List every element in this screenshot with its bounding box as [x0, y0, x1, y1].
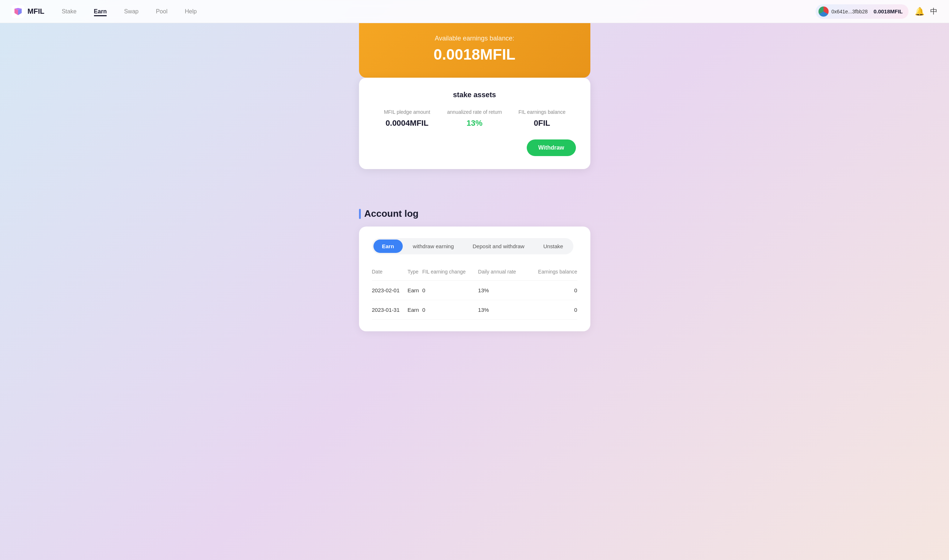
tab-unstake[interactable]: Unstake — [535, 240, 572, 253]
row2-date: 2023-01-31 — [372, 300, 408, 320]
log-table: Date Type FIL earning change Daily annua… — [372, 266, 577, 320]
withdraw-row: Withdraw — [373, 140, 576, 156]
row1-type: Earn — [407, 281, 422, 300]
tab-earn[interactable]: Earn — [373, 240, 403, 253]
wallet-address: 0x641e...3fbb28 — [832, 9, 868, 14]
navbar: MFIL Stake Earn Swap Pool Help 0x641e...… — [0, 0, 949, 23]
stake-assets-title: stake assets — [373, 91, 576, 99]
tab-bar: Earn withdraw earning Deposit and withdr… — [372, 238, 573, 254]
wallet-balance: 0.0018MFIL — [874, 8, 903, 14]
earnings-banner: Available earnings balance: 0.0018MFIL — [359, 23, 590, 78]
table-row: 2023-02-01 Earn 0 13% 0 — [372, 281, 577, 300]
section-title-wrap: Account log — [359, 208, 590, 219]
col-earnings-balance: Earnings balance — [527, 266, 577, 281]
log-table-header: Date Type FIL earning change Daily annua… — [372, 266, 577, 281]
nav-pool[interactable]: Pool — [156, 7, 167, 16]
stat-pledge-value: 0.0004MFIL — [373, 118, 441, 128]
nav-help[interactable]: Help — [185, 7, 197, 16]
row1-date: 2023-02-01 — [372, 281, 408, 300]
wallet-badge[interactable]: 0x641e...3fbb28 0.0018MFIL — [816, 4, 909, 19]
stat-return-value: 13% — [441, 118, 508, 128]
stat-return-label: annualized rate of return — [441, 109, 508, 115]
logo-text: MFIL — [28, 7, 45, 15]
stat-pledge: MFIL pledge amount 0.0004MFIL — [373, 109, 441, 128]
log-table-body: 2023-02-01 Earn 0 13% 0 2023-01-31 Earn … — [372, 281, 577, 320]
logo[interactable]: MFIL — [12, 5, 45, 18]
row2-fil-change: 0 — [422, 300, 478, 320]
section-title: Account log — [364, 208, 419, 219]
col-fil-change: FIL earning change — [422, 266, 478, 281]
stat-earnings: FIL earnings balance 0FIL — [508, 109, 576, 128]
log-table-header-row: Date Type FIL earning change Daily annua… — [372, 266, 577, 281]
col-daily-rate: Daily annual rate — [478, 266, 527, 281]
tab-withdraw-earning[interactable]: withdraw earning — [404, 240, 462, 253]
stat-earnings-label: FIL earnings balance — [508, 109, 576, 115]
row1-fil-change: 0 — [422, 281, 478, 300]
earnings-amount: 0.0018MFIL — [373, 46, 576, 63]
stat-return: annualized rate of return 13% — [441, 109, 508, 128]
stat-earnings-value: 0FIL — [508, 118, 576, 128]
row2-daily-rate: 13% — [478, 300, 527, 320]
table-row: 2023-01-31 Earn 0 13% 0 — [372, 300, 577, 320]
lang-switch[interactable]: 中 — [930, 6, 937, 16]
main-content: Available earnings balance: 0.0018MFIL s… — [352, 23, 598, 191]
row1-balance: 0 — [527, 281, 577, 300]
section-accent-bar — [359, 209, 361, 219]
row2-type: Earn — [407, 300, 422, 320]
account-log-section: Account log Earn withdraw earning Deposi… — [352, 208, 598, 331]
bell-icon[interactable]: 🔔 — [914, 6, 924, 17]
col-type: Type — [407, 266, 422, 281]
mfil-logo-icon — [12, 5, 25, 18]
withdraw-button[interactable]: Withdraw — [527, 140, 576, 156]
col-date: Date — [372, 266, 408, 281]
wallet-avatar — [818, 6, 829, 17]
earnings-label: Available earnings balance: — [373, 35, 576, 42]
nav-stake[interactable]: Stake — [62, 7, 77, 16]
nav-earn[interactable]: Earn — [94, 7, 107, 16]
row1-daily-rate: 13% — [478, 281, 527, 300]
nav-links: Stake Earn Swap Pool Help — [62, 7, 816, 16]
stake-assets-card: stake assets MFIL pledge amount 0.0004MF… — [359, 78, 590, 169]
nav-swap[interactable]: Swap — [124, 7, 139, 16]
stat-pledge-label: MFIL pledge amount — [373, 109, 441, 115]
nav-right: 0x641e...3fbb28 0.0018MFIL 🔔 中 — [816, 4, 937, 19]
tab-deposit-withdraw[interactable]: Deposit and withdraw — [464, 240, 533, 253]
log-card: Earn withdraw earning Deposit and withdr… — [359, 226, 590, 331]
row2-balance: 0 — [527, 300, 577, 320]
stake-stats: MFIL pledge amount 0.0004MFIL annualized… — [373, 109, 576, 128]
